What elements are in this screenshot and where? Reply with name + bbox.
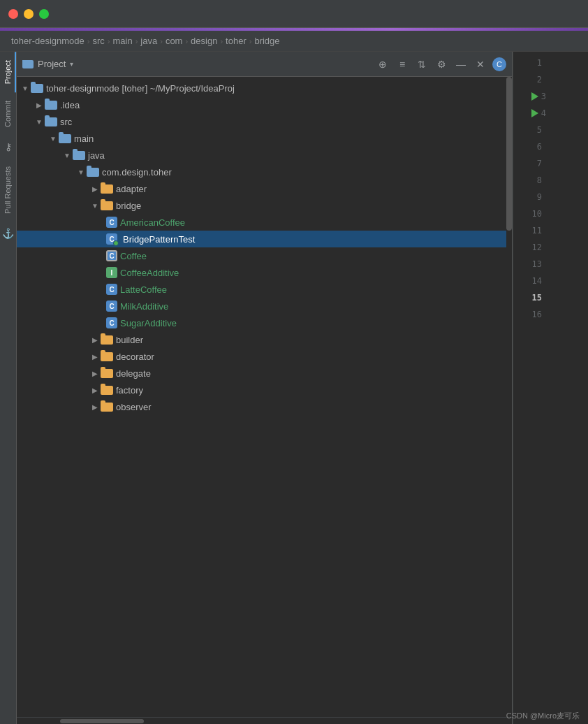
list-item[interactable]: ▼ src: [17, 113, 512, 130]
breadcrumb-item-3[interactable]: main: [112, 36, 132, 46]
list-item[interactable]: C MilkAdditive: [17, 298, 512, 314]
list-item[interactable]: ▼ main: [17, 130, 512, 147]
list-item[interactable]: I CoffeeAdditive: [17, 264, 512, 281]
tree-container[interactable]: ▼ toher-designmode [toher] ~/MyProject/I…: [17, 77, 512, 717]
list-item[interactable]: ▶ delegate: [17, 365, 512, 382]
coffee-label: Coffee: [120, 251, 147, 261]
pin-button[interactable]: C: [492, 57, 506, 71]
panel-title: Project ▾: [22, 59, 73, 69]
list-item[interactable]: ▼ java: [17, 147, 512, 164]
breadcrumb-item-2[interactable]: src: [92, 36, 104, 46]
bridge-expand-icon[interactable]: ▼: [89, 202, 101, 210]
expand-button[interactable]: ⇅: [414, 57, 429, 72]
breadcrumb-item-8[interactable]: bridge: [254, 36, 279, 46]
key-icon[interactable]: ⚷: [0, 138, 17, 155]
java-label: java: [88, 150, 105, 161]
factory-label: factory: [116, 385, 143, 396]
main-expand-icon[interactable]: ▼: [47, 135, 59, 143]
tree-root[interactable]: ▼ toher-designmode [toher] ~/MyProject/I…: [17, 80, 512, 96]
java-expand-icon[interactable]: ▼: [61, 152, 73, 159]
list-item[interactable]: ▼ com.design.toher: [17, 164, 512, 180]
list-item[interactable]: ▶ adapter: [17, 180, 512, 197]
anchor-icon[interactable]: ⚓: [0, 225, 17, 242]
minimize-button[interactable]: [24, 9, 34, 19]
sidebar-tab-pull-requests[interactable]: Pull Requests: [1, 158, 16, 222]
horizontal-scrollbar-thumb[interactable]: [60, 719, 144, 723]
list-item[interactable]: C BridgePatternTest: [17, 231, 512, 247]
panel-dropdown-arrow[interactable]: ▾: [70, 60, 73, 68]
root-label: toher-designmode [toher] ~/MyProject/Ide…: [46, 83, 235, 94]
tree-scrollbar-thumb[interactable]: [506, 77, 512, 231]
observer-label: observer: [116, 402, 152, 412]
src-label: src: [60, 117, 72, 127]
lattecoffee-badge: C: [106, 284, 117, 295]
locate-button[interactable]: ⊕: [375, 57, 390, 72]
toolbar-actions: ⊕ ≡ ⇅ ⚙ — ✕ C: [375, 57, 506, 72]
run-arrow-3: [531, 92, 538, 101]
bridge-label: bridge: [116, 201, 141, 211]
src-expand-icon[interactable]: ▼: [34, 118, 45, 126]
coffeeadditive-badge: I: [106, 267, 117, 278]
line-num-2: 2: [513, 71, 547, 88]
horizontal-scrollbar[interactable]: [17, 717, 512, 724]
list-item[interactable]: ▶ factory: [17, 382, 512, 398]
close-button[interactable]: [8, 9, 18, 19]
list-item[interactable]: ▼ bridge: [17, 197, 512, 214]
breadcrumb-sep-1: ›: [87, 37, 90, 45]
list-item[interactable]: C LatteCoffee: [17, 281, 512, 298]
milkadditive-badge: C: [106, 301, 117, 312]
milkadditive-label: MilkAdditive: [120, 301, 168, 312]
list-item[interactable]: C SugarAdditive: [17, 314, 512, 331]
factory-expand-icon[interactable]: ▶: [89, 386, 101, 394]
decorator-folder-icon: [101, 352, 113, 361]
lattecoffee-label: LatteCoffee: [120, 284, 167, 295]
delegate-expand-icon[interactable]: ▶: [89, 370, 101, 377]
list-item[interactable]: ▶ .idea: [17, 96, 512, 113]
breadcrumb-item-6[interactable]: design: [191, 36, 217, 46]
collapse-all-button[interactable]: ≡: [395, 57, 410, 72]
minus-button[interactable]: —: [453, 57, 469, 72]
breadcrumb-sep-4: ›: [160, 37, 163, 45]
list-item[interactable]: ▶ observer: [17, 398, 512, 415]
root-expand-icon[interactable]: ▼: [20, 85, 31, 92]
builder-folder-icon: [101, 335, 113, 345]
line-num-13: 13: [513, 256, 547, 273]
list-item[interactable]: ▶ builder: [17, 331, 512, 348]
breadcrumb-sep-3: ›: [135, 37, 138, 45]
delegate-folder-icon: [101, 369, 113, 378]
maximize-button[interactable]: [39, 9, 49, 19]
title-bar: [0, 0, 588, 28]
bridgepatterntest-badge: C: [106, 233, 117, 245]
settings-button[interactable]: ⚙: [434, 57, 449, 72]
breadcrumb-item-1[interactable]: toher-designmode: [11, 36, 84, 46]
breadcrumb-sep-5: ›: [185, 37, 188, 45]
breadcrumb: toher-designmode › src › main › java › c…: [0, 31, 588, 52]
sidebar-tab-commit[interactable]: Commit: [1, 92, 16, 136]
breadcrumb-item-4[interactable]: java: [140, 36, 157, 46]
close-panel-button[interactable]: ✕: [473, 57, 488, 72]
line-num-15: 15: [513, 289, 547, 306]
line-num-6: 6: [513, 138, 547, 155]
builder-expand-icon[interactable]: ▶: [89, 336, 101, 344]
factory-folder-icon: [101, 386, 113, 395]
list-item[interactable]: C AmericanCoffee: [17, 214, 512, 231]
adapter-expand-icon[interactable]: ▶: [89, 185, 101, 193]
tree-scrollbar[interactable]: [506, 77, 512, 717]
com-expand-icon[interactable]: ▼: [75, 168, 87, 176]
decorator-expand-icon[interactable]: ▶: [89, 353, 101, 361]
idea-folder-icon: [45, 101, 57, 110]
line-num-11: 11: [513, 222, 547, 239]
list-item[interactable]: ▶ decorator: [17, 348, 512, 365]
americancoffee-badge: C: [106, 217, 117, 228]
list-item[interactable]: C Coffee: [17, 247, 512, 264]
idea-expand-icon[interactable]: ▶: [34, 101, 45, 109]
breadcrumb-item-7[interactable]: toher: [226, 36, 247, 46]
src-folder-icon: [45, 117, 57, 126]
sidebar-tab-project[interactable]: Project: [1, 52, 16, 92]
breadcrumb-sep-6: ›: [220, 37, 223, 45]
root-folder-icon: [31, 84, 43, 93]
folder-icon: [22, 60, 34, 68]
main-layout: Project Commit ⚷ Pull Requests ⚓ Project…: [0, 52, 588, 724]
observer-expand-icon[interactable]: ▶: [89, 403, 101, 411]
breadcrumb-item-5[interactable]: com: [166, 36, 183, 46]
